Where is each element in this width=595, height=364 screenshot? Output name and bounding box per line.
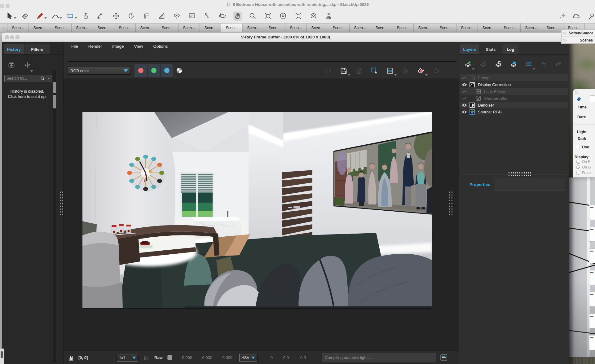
tab-filters[interactable]: Filters bbox=[24, 44, 50, 54]
save-history-button[interactable] bbox=[7, 61, 15, 70]
chevron-down-icon[interactable] bbox=[44, 17, 47, 19]
tab-layers[interactable]: Layers bbox=[460, 44, 479, 54]
layer-row[interactable]: Lens Effects bbox=[460, 88, 568, 95]
tab-log[interactable]: Log bbox=[502, 44, 518, 54]
scene-tab[interactable]: Scen... bbox=[478, 24, 499, 32]
scene-tab[interactable]: Scen... bbox=[221, 24, 243, 32]
ai-denoiser-button[interactable] bbox=[324, 65, 332, 76]
right-panel-grip[interactable] bbox=[449, 191, 452, 215]
scene-tab[interactable]: Scen... bbox=[136, 24, 157, 32]
follow-me-tool[interactable] bbox=[96, 11, 105, 21]
layer-list-options-button[interactable] bbox=[523, 58, 533, 70]
region-follow-mouse-button[interactable] bbox=[370, 65, 379, 76]
scene-tab[interactable]: Scen... bbox=[50, 24, 72, 32]
save-image-button[interactable] bbox=[339, 65, 348, 76]
tape-measure-tool[interactable] bbox=[157, 11, 166, 21]
window-control-dot[interactable] bbox=[0, 4, 4, 8]
render-button[interactable] bbox=[432, 65, 441, 76]
load-layers-button[interactable] bbox=[508, 58, 518, 70]
scene-tab[interactable]: Scen... bbox=[114, 24, 136, 32]
scene-tab[interactable]: Scen... bbox=[521, 24, 542, 32]
scene-tab[interactable]: Scen... bbox=[392, 24, 414, 32]
raw-checkbox[interactable] bbox=[167, 355, 172, 360]
scene-tab[interactable]: Scen... bbox=[93, 24, 114, 32]
window-control-dot[interactable] bbox=[6, 4, 10, 8]
redo-button[interactable] bbox=[554, 58, 564, 70]
scene-tab[interactable]: Scen... bbox=[7, 24, 29, 32]
orbit-tool[interactable] bbox=[218, 11, 227, 21]
vfb-titlebar[interactable]: V-Ray Frame Buffer - [100.0% of 1920 x 1… bbox=[2, 33, 569, 42]
history-scrollbar[interactable] bbox=[53, 70, 56, 363]
offset-tool[interactable] bbox=[142, 11, 151, 21]
blue-channel-toggle[interactable] bbox=[161, 64, 173, 77]
panel-resize-grip[interactable] bbox=[509, 172, 531, 176]
undo-button[interactable] bbox=[539, 58, 549, 70]
menu-render[interactable]: Render bbox=[88, 44, 102, 49]
line-tool[interactable] bbox=[35, 11, 45, 21]
section-tool[interactable] bbox=[293, 11, 303, 21]
chevron-down-icon[interactable] bbox=[472, 68, 474, 70]
trimble-cloud-tool[interactable] bbox=[571, 11, 581, 21]
history-setup-message[interactable]: Click here to set it up. bbox=[2, 94, 53, 99]
text-tool[interactable]: A1 bbox=[187, 11, 196, 21]
chevron-down-icon[interactable] bbox=[14, 17, 16, 19]
menu-file[interactable]: File bbox=[71, 44, 78, 49]
scene-tab[interactable]: Scen... bbox=[200, 24, 221, 32]
region-render-button[interactable] bbox=[386, 65, 394, 76]
zoom-extents-tool[interactable] bbox=[263, 11, 272, 21]
vfb-canvas[interactable] bbox=[64, 78, 459, 351]
eye-icon[interactable] bbox=[460, 82, 468, 87]
log-list-icon[interactable] bbox=[440, 354, 447, 362]
styles-tool[interactable] bbox=[309, 11, 318, 21]
add-layer-button[interactable] bbox=[463, 58, 473, 70]
interactive-render-button[interactable] bbox=[416, 65, 425, 76]
chevron-down-icon[interactable] bbox=[348, 74, 350, 76]
eye-icon[interactable] bbox=[460, 103, 468, 107]
select-tool[interactable] bbox=[5, 11, 14, 21]
eraser-tool[interactable] bbox=[20, 11, 29, 21]
scene-tab[interactable]: Scen... bbox=[371, 24, 392, 32]
arc-tool[interactable] bbox=[51, 11, 60, 21]
panel-collapse-circle[interactable] bbox=[563, 39, 566, 42]
chevron-down-icon[interactable] bbox=[47, 78, 50, 79]
scene-tab[interactable]: Scen... bbox=[414, 24, 435, 32]
scene-tab[interactable]: Scen... bbox=[157, 24, 178, 32]
use-checkbox[interactable] bbox=[576, 145, 580, 149]
render-image[interactable] bbox=[82, 112, 432, 309]
chevron-down-icon[interactable] bbox=[30, 70, 33, 72]
scene-tab[interactable]: Scen... bbox=[178, 24, 200, 32]
ai-assistant-tool[interactable] bbox=[558, 11, 567, 21]
green-channel-toggle[interactable] bbox=[148, 64, 160, 77]
close-button[interactable] bbox=[5, 35, 9, 39]
tab-history[interactable]: History bbox=[4, 44, 24, 54]
eye-icon[interactable] bbox=[460, 110, 468, 114]
push-pull-tool[interactable] bbox=[81, 11, 90, 21]
filter-search-input[interactable] bbox=[5, 76, 40, 81]
pan-tool[interactable] bbox=[233, 11, 242, 21]
scene-tab[interactable]: Scen... bbox=[499, 24, 521, 32]
rectangle-tool[interactable] bbox=[66, 11, 75, 21]
eye-off-icon[interactable] bbox=[460, 76, 468, 80]
layer-row[interactable]: Display Correction bbox=[460, 81, 568, 88]
save-layers-button[interactable] bbox=[493, 58, 503, 70]
display-option-checkbox[interactable] bbox=[576, 160, 580, 164]
menu-view[interactable]: View bbox=[134, 44, 143, 49]
lock-pixel-icon[interactable] bbox=[68, 354, 75, 362]
previous-view-tool[interactable] bbox=[278, 11, 288, 21]
rotate-tool[interactable] bbox=[126, 11, 136, 21]
scene-tab[interactable]: Scen... bbox=[243, 24, 264, 32]
chevron-down-icon[interactable] bbox=[60, 17, 62, 19]
scene-tab[interactable]: Scen... bbox=[264, 24, 285, 32]
red-channel-toggle[interactable] bbox=[134, 64, 147, 77]
properties-box[interactable] bbox=[494, 178, 565, 191]
chevron-down-icon[interactable] bbox=[75, 17, 77, 19]
scene-tab[interactable]: Scen... bbox=[456, 24, 478, 32]
walk-tool[interactable] bbox=[324, 11, 333, 21]
layer-row[interactable]: Sharpen/Blur bbox=[460, 95, 568, 102]
panel-collapse-circle[interactable] bbox=[563, 32, 566, 35]
history-disabled-message[interactable]: History is disabled. bbox=[2, 89, 53, 94]
chevron-down-icon[interactable] bbox=[533, 68, 535, 70]
color-mode-dropdown[interactable]: HSV bbox=[239, 354, 257, 362]
scene-tab-overflow[interactable]: ... bbox=[0, 24, 7, 32]
dialog-close-circle[interactable] bbox=[575, 91, 578, 94]
